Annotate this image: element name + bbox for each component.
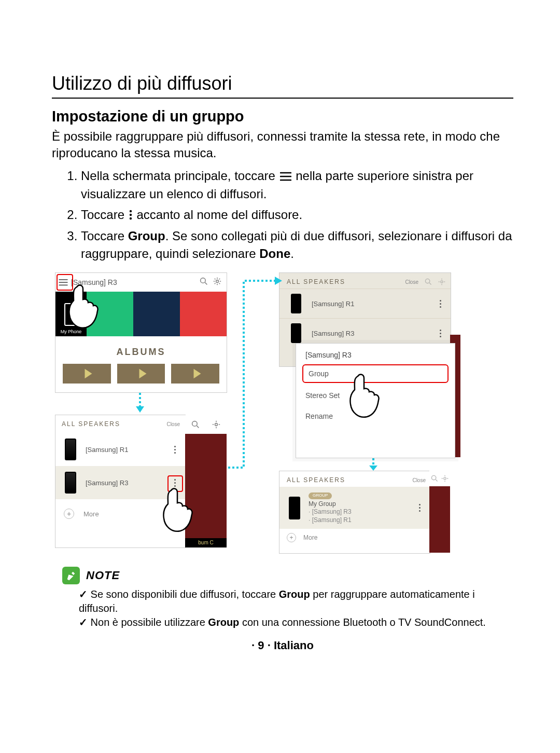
source-tile[interactable] <box>180 292 227 336</box>
svg-marker-12 <box>136 406 144 413</box>
plus-icon: + <box>287 533 296 542</box>
step-3-bold-2: Done <box>259 247 290 261</box>
screenshot-all-speakers: ALL SPEAKERS Close [Samsung] R1 [Samsung… <box>55 415 186 548</box>
more-vertical-icon[interactable] <box>170 446 180 454</box>
my-phone-label: My Phone <box>61 329 82 334</box>
menu-item-rename[interactable]: Rename <box>296 406 455 427</box>
svg-point-0 <box>130 210 132 212</box>
group-row[interactable]: GROUP My Group · [Samsung] R3 · [Samsung… <box>279 487 430 528</box>
search-icon[interactable] <box>191 420 200 429</box>
step-1-text-a: Nella schermata principale, toccare <box>81 169 279 183</box>
section-heading: Impostazione di un gruppo <box>52 108 513 125</box>
group-name: My Group <box>309 500 336 508</box>
more-vertical-icon[interactable] <box>435 300 445 308</box>
step-3: Toccare Group. Se sono collegati più di … <box>81 227 513 262</box>
divider <box>52 98 513 99</box>
speaker-row[interactable]: [Samsung] R1 <box>55 433 185 466</box>
gear-icon[interactable] <box>441 475 449 482</box>
note-item: Se sono disponibili due diffusori, tocca… <box>79 587 513 615</box>
note-list: Se sono disponibili due diffusori, tocca… <box>52 587 513 629</box>
background-strip: bum C <box>185 415 227 547</box>
svg-point-6 <box>215 423 218 426</box>
more-vertical-icon[interactable] <box>435 330 445 337</box>
screenshot-main: [Samsung] R3 My Phone ALBUMS <box>55 272 227 393</box>
screenshot-group: [Samsung] R3 My Phone ALBUMS <box>52 269 513 557</box>
svg-point-4 <box>216 280 219 283</box>
speaker-name: [Samsung] R1 <box>86 446 170 454</box>
note-text: Non è possibile utilizzare <box>91 617 208 628</box>
gear-icon[interactable] <box>438 278 445 285</box>
speaker-row[interactable]: [Samsung] R1 <box>279 289 451 318</box>
page-title: Utilizzo di più diffusori <box>52 73 513 94</box>
gear-icon[interactable] <box>213 277 221 287</box>
flow-arrow-icon <box>135 393 145 414</box>
album-thumb[interactable] <box>171 364 219 384</box>
svg-marker-15 <box>369 466 377 471</box>
all-speakers-title: ALL SPEAKERS <box>287 278 345 285</box>
all-speakers-title: ALL SPEAKERS <box>287 476 345 484</box>
step-3-bold-1: Group <box>128 229 165 243</box>
search-icon[interactable] <box>431 475 438 482</box>
group-member: · [Samsung] R3 <box>309 508 352 515</box>
background-strip <box>429 471 450 553</box>
menu-button[interactable] <box>55 279 71 286</box>
menu-icon <box>280 168 291 186</box>
source-tile[interactable] <box>87 292 133 336</box>
step-1: Nella schermata principale, toccare nell… <box>81 167 513 203</box>
group-badge: GROUP <box>309 492 332 499</box>
gear-icon[interactable] <box>212 420 220 429</box>
note-label: NOTE <box>86 569 120 582</box>
step-2-text-a: Toccare <box>81 208 128 222</box>
search-icon[interactable] <box>200 277 208 287</box>
close-button[interactable]: Close <box>412 477 426 483</box>
note-icon <box>62 567 80 584</box>
svg-point-3 <box>201 278 206 283</box>
more-vertical-icon[interactable] <box>170 479 180 487</box>
more-vertical-icon <box>129 207 132 225</box>
menu-item-stereo[interactable]: Stereo Set <box>296 385 455 406</box>
svg-point-7 <box>425 279 429 283</box>
svg-point-10 <box>444 477 446 480</box>
phone-icon <box>64 303 78 326</box>
more-vertical-icon[interactable] <box>414 504 425 512</box>
album-label-crop: bum C <box>185 538 227 547</box>
note-text: Se sono disponibili due diffusori, tocca… <box>91 588 279 600</box>
plus-icon: + <box>64 509 74 519</box>
svg-point-2 <box>130 217 132 219</box>
speaker-row-selected[interactable]: [Samsung] R3 <box>55 466 185 499</box>
more-label: More <box>303 534 317 541</box>
close-button[interactable]: Close <box>166 421 185 427</box>
page-footer: · 9 · Italiano <box>52 639 513 652</box>
menu-title: [Samsung] R3 <box>296 344 455 362</box>
album-thumb[interactable] <box>63 364 111 384</box>
note-bold: Group <box>279 588 310 600</box>
speaker-name: [Samsung] R3 <box>86 479 170 487</box>
svg-point-5 <box>192 421 198 427</box>
speaker-icon <box>65 439 76 460</box>
svg-point-8 <box>441 281 443 283</box>
speaker-context-menu: [Samsung] R3 Group Stereo Set Rename <box>296 343 455 458</box>
step-2-text-b: accanto al nome del diffusore. <box>136 208 302 222</box>
source-tile[interactable] <box>133 292 180 336</box>
add-more-button[interactable]: + More <box>55 499 185 528</box>
speaker-name: [Samsung] R3 <box>312 330 435 337</box>
note-bold: Group <box>208 617 239 628</box>
group-member: · [Samsung] R1 <box>309 516 352 524</box>
source-my-phone[interactable]: My Phone <box>55 292 87 336</box>
speaker-icon <box>291 323 301 343</box>
add-more-button[interactable]: + More <box>279 529 430 546</box>
note-item: Non è possibile utilizzare Group con una… <box>79 615 513 629</box>
search-icon[interactable] <box>425 278 432 285</box>
intro-text: È possibile raggruppare più diffusori, c… <box>52 128 513 162</box>
step-3-text-c: . <box>290 247 294 261</box>
speaker-icon <box>291 294 301 313</box>
album-thumb[interactable] <box>117 364 165 384</box>
speaker-icon <box>289 497 300 519</box>
close-button[interactable]: Close <box>405 279 418 285</box>
speaker-name: [Samsung] R1 <box>312 300 435 308</box>
note-text: con una connessione Bluetooth o TV Sound… <box>239 617 486 628</box>
svg-point-9 <box>431 476 436 480</box>
more-label: More <box>83 510 99 518</box>
menu-item-group[interactable]: Group <box>302 364 449 383</box>
step-3-text-a: Toccare <box>81 229 128 243</box>
